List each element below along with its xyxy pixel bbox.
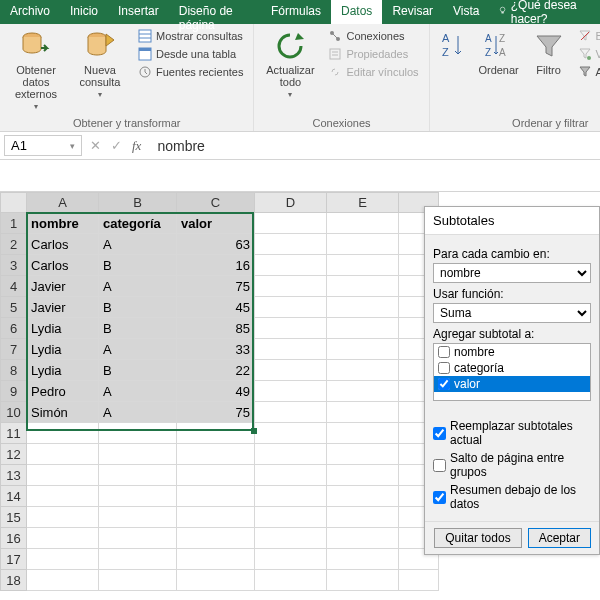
remove-all-button[interactable]: Quitar todos [434,528,521,548]
cell[interactable] [27,570,99,591]
cell[interactable] [327,444,399,465]
cancel-icon[interactable]: ✕ [90,138,101,153]
cell[interactable] [327,528,399,549]
row-header[interactable]: 12 [1,444,27,465]
ok-button[interactable]: Aceptar [528,528,591,548]
new-query-button[interactable]: Nueva consulta ▾ [70,28,130,101]
cell[interactable]: B [99,318,177,339]
cell[interactable]: 85 [177,318,255,339]
row-header[interactable]: 15 [1,507,27,528]
connections-button[interactable]: Conexiones [324,28,422,44]
cell[interactable] [27,444,99,465]
row-header[interactable]: 4 [1,276,27,297]
cell[interactable] [99,423,177,444]
cell[interactable]: 22 [177,360,255,381]
name-box[interactable]: A1 ▾ [4,135,82,156]
col-header-b[interactable]: B [99,193,177,213]
cell[interactable] [27,528,99,549]
row-header[interactable]: 7 [1,339,27,360]
page-break-check[interactable]: Salto de página entre grupos [433,451,591,479]
cell[interactable] [255,318,327,339]
replace-subtotals-check[interactable]: Reemplazar subtotales actual [433,419,591,447]
col-header-e[interactable]: E [327,193,399,213]
col-header-d[interactable]: D [255,193,327,213]
chevron-down-icon[interactable]: ▾ [70,141,75,151]
cell[interactable]: Simón [27,402,99,423]
cell[interactable] [327,255,399,276]
cell[interactable] [327,549,399,570]
cell[interactable] [327,276,399,297]
col-header-c[interactable]: C [177,193,255,213]
row-header[interactable]: 2 [1,234,27,255]
checkbox[interactable] [438,362,450,374]
row-header[interactable]: 13 [1,465,27,486]
cell[interactable]: 45 [177,297,255,318]
cell[interactable] [255,234,327,255]
cell[interactable] [255,276,327,297]
advanced-button[interactable]: Avanzadas [574,64,600,80]
fx-icon[interactable]: fx [132,138,141,154]
from-table-button[interactable]: Desde una tabla [134,46,247,62]
addto-option[interactable]: nombre [434,344,590,360]
row-header[interactable]: 1 [1,213,27,234]
cell[interactable] [327,486,399,507]
cell[interactable]: Pedro [27,381,99,402]
cell[interactable] [255,423,327,444]
row-header[interactable]: 8 [1,360,27,381]
cell[interactable]: Lydia [27,318,99,339]
addto-option[interactable]: valor [434,376,590,392]
cell[interactable] [177,549,255,570]
menu-vista[interactable]: Vista [443,0,489,24]
cell[interactable] [177,507,255,528]
menu-diseno[interactable]: Diseño de página [169,0,261,24]
row-header[interactable]: 9 [1,381,27,402]
cell[interactable] [255,570,327,591]
cell[interactable] [327,297,399,318]
show-queries-button[interactable]: Mostrar consultas [134,28,247,44]
sort-az-button[interactable]: AZ [436,28,470,64]
refresh-all-button[interactable]: Actualizar todo ▾ [260,28,320,101]
cell[interactable] [255,339,327,360]
menu-datos[interactable]: Datos [331,0,382,24]
cell[interactable] [27,465,99,486]
selection-handle[interactable] [251,428,257,434]
cell[interactable] [177,486,255,507]
cell[interactable] [399,570,439,591]
cell[interactable]: Lydia [27,339,99,360]
cell[interactable] [177,444,255,465]
cell[interactable] [99,465,177,486]
cell[interactable] [255,360,327,381]
cell[interactable]: 75 [177,402,255,423]
menu-insertar[interactable]: Insertar [108,0,169,24]
cell[interactable] [255,297,327,318]
checkbox[interactable] [433,459,446,472]
select-all-corner[interactable] [1,193,27,213]
sort-button[interactable]: AZZA Ordenar [474,28,524,78]
checkbox[interactable] [438,378,450,390]
cell[interactable] [99,507,177,528]
checkbox[interactable] [433,427,446,440]
cell[interactable] [177,570,255,591]
checkbox[interactable] [433,491,446,504]
row-header[interactable]: 10 [1,402,27,423]
cell[interactable]: A [99,234,177,255]
external-data-button[interactable]: Obtener datos externos ▾ [6,28,66,113]
cell[interactable] [327,402,399,423]
cell[interactable] [327,339,399,360]
cell[interactable]: 75 [177,276,255,297]
addto-listbox[interactable]: nombre categoría valor [433,343,591,401]
properties-button[interactable]: Propiedades [324,46,422,62]
cell[interactable]: B [99,297,177,318]
cell[interactable] [255,213,327,234]
cell[interactable]: A [99,381,177,402]
row-header[interactable]: 11 [1,423,27,444]
cell[interactable] [27,486,99,507]
row-header[interactable]: 6 [1,318,27,339]
cell[interactable]: B [99,255,177,276]
cell[interactable]: nombre [27,213,99,234]
cell[interactable]: Carlos [27,234,99,255]
cell[interactable]: 49 [177,381,255,402]
row-header[interactable]: 17 [1,549,27,570]
row-header[interactable]: 14 [1,486,27,507]
row-header[interactable]: 5 [1,297,27,318]
